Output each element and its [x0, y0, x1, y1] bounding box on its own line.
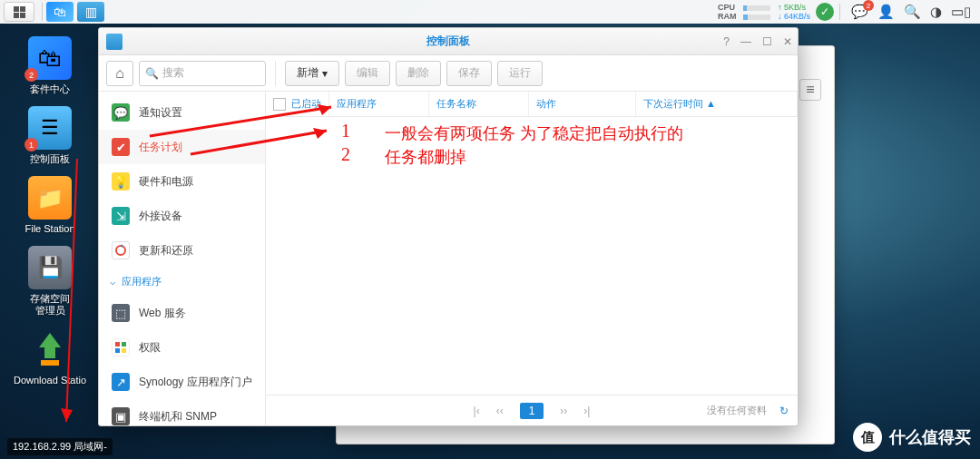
- watermark: 值 什么值得买: [853, 423, 971, 452]
- table-body: [266, 117, 798, 395]
- prev-page-button[interactable]: ‹‹: [496, 405, 504, 417]
- maximize-button[interactable]: ☐: [762, 35, 772, 48]
- pagination: |‹ ‹‹ 1 ›› ›| 没有任何资料 ↻: [266, 395, 798, 425]
- globe-icon: ⬚: [112, 304, 130, 322]
- sidebar-item-web[interactable]: ⬚Web 服务: [99, 296, 265, 330]
- home-button[interactable]: ⌂: [106, 61, 133, 86]
- sidebar-item-terminal[interactable]: ▣终端机和 SNMP: [99, 399, 265, 425]
- sidebar-item-privilege[interactable]: 权限: [99, 330, 265, 365]
- cpu-label: CPU: [718, 3, 741, 12]
- svg-rect-3: [122, 342, 126, 347]
- network-monitor[interactable]: ↑ 5KB/s ↓ 64KB/s: [778, 3, 810, 21]
- windows-icon: [112, 338, 130, 356]
- refresh-icon: [112, 241, 130, 259]
- watermark-text: 什么值得买: [889, 426, 971, 448]
- svg-rect-2: [115, 342, 120, 347]
- sidebar-item-restore[interactable]: 更新和还原: [99, 233, 265, 268]
- delete-button[interactable]: 删除: [396, 61, 441, 86]
- save-button[interactable]: 保存: [446, 61, 492, 86]
- first-page-button[interactable]: |‹: [474, 405, 480, 417]
- desktop-icon-download-station[interactable]: Download Statio: [9, 327, 91, 386]
- taskbar: 🛍 ▥ CPU RAM ↑ 5KB/s ↓ 64KB/s ✓ 💬2 👤 🔍 ◑ …: [0, 0, 980, 24]
- control-panel-window: 控制面板 ? — ☐ ✕ ⌂ 🔍搜索 新增 ▾ 编辑 删除 保存 运行 💬通知设…: [98, 27, 799, 426]
- current-page[interactable]: 1: [520, 403, 544, 419]
- edit-button[interactable]: 编辑: [345, 61, 390, 86]
- terminal-icon: ▣: [112, 407, 130, 425]
- sidebar-item-notify[interactable]: 💬通知设置: [99, 95, 265, 130]
- run-button[interactable]: 运行: [497, 61, 543, 86]
- calendar-check-icon: ✔: [112, 138, 130, 156]
- col-app[interactable]: 应用程序: [329, 92, 429, 116]
- svg-marker-11: [61, 408, 73, 422]
- ram-label: RAM: [718, 12, 741, 21]
- window-title: 控制面板: [426, 34, 470, 49]
- last-page-button[interactable]: ›|: [583, 405, 590, 417]
- taskbar-app-package-center[interactable]: 🛍: [46, 2, 74, 22]
- col-enabled[interactable]: 已启动: [266, 92, 329, 116]
- divider: [42, 3, 43, 21]
- net-up: 5KB/s: [784, 3, 806, 12]
- minimize-button[interactable]: —: [740, 35, 751, 48]
- sidebar-item-task-scheduler[interactable]: ✔任务计划: [99, 130, 265, 164]
- sidebar-group-apps[interactable]: ⌵应用程序: [99, 268, 265, 296]
- desktop-icon-storage-manager[interactable]: 💾 存储空间 管理员: [9, 246, 91, 317]
- sidebar: 💬通知设置 ✔任务计划 💡硬件和电源 ⇲外接设备 更新和还原 ⌵应用程序 ⬚We…: [99, 92, 266, 425]
- select-all-checkbox[interactable]: [273, 98, 286, 111]
- portal-icon: ↗: [112, 373, 130, 391]
- toolbar: ⌂ 🔍搜索 新增 ▾ 编辑 删除 保存 运行: [99, 55, 798, 92]
- svg-rect-4: [115, 348, 120, 353]
- bg-window-tool-icon[interactable]: ≡: [799, 79, 821, 101]
- search-icon[interactable]: 🔍: [904, 4, 921, 20]
- chevron-down-icon: ▾: [322, 67, 328, 80]
- refresh-button[interactable]: ↻: [779, 405, 789, 417]
- window-app-icon: [106, 34, 122, 50]
- notifications-icon[interactable]: 💬2: [851, 4, 868, 20]
- main-menu-button[interactable]: [4, 2, 34, 22]
- table-header: 已启动 应用程序 任务名称 动作 下次运行时间 ▲: [266, 92, 798, 117]
- svg-point-1: [116, 246, 125, 255]
- desktop-icon-control-panel[interactable]: ☰1 控制面板: [9, 106, 91, 165]
- search-input[interactable]: 🔍搜索: [139, 61, 266, 86]
- col-task[interactable]: 任务名称: [429, 92, 529, 116]
- external-icon: ⇲: [112, 207, 130, 225]
- health-status-icon[interactable]: ✓: [816, 3, 834, 21]
- user-icon[interactable]: 👤: [877, 4, 895, 20]
- pilot-view-icon[interactable]: ▭▯: [951, 4, 971, 20]
- chat-icon: 💬: [112, 103, 130, 122]
- sidebar-item-portal[interactable]: ↗Synology 应用程序门户: [99, 365, 265, 399]
- ip-overlay: 192.168.2.99 局域网-: [7, 438, 113, 455]
- sidebar-item-hardware[interactable]: 💡硬件和电源: [99, 164, 265, 199]
- taskbar-app-control-panel[interactable]: ▥: [77, 2, 104, 22]
- titlebar[interactable]: 控制面板 ? — ☐ ✕: [99, 28, 798, 55]
- next-page-button[interactable]: ››: [560, 405, 567, 417]
- new-button[interactable]: 新增 ▾: [285, 61, 339, 86]
- desktop-icon-package-center[interactable]: 🛍2 套件中心: [9, 36, 91, 95]
- help-button[interactable]: ?: [723, 35, 730, 48]
- desktop-icon-file-station[interactable]: 📁 File Station: [9, 176, 91, 235]
- notify-badge: 2: [863, 0, 874, 11]
- svg-rect-0: [41, 360, 59, 366]
- close-button[interactable]: ✕: [783, 35, 792, 48]
- svg-rect-5: [122, 348, 126, 353]
- magnify-icon: 🔍: [145, 67, 159, 80]
- net-down: 64KB/s: [784, 12, 810, 21]
- sidebar-item-external[interactable]: ⇲外接设备: [99, 199, 265, 233]
- chevron-down-icon: ⌵: [110, 276, 116, 288]
- watermark-logo: 值: [853, 423, 882, 452]
- col-next-run[interactable]: 下次运行时间 ▲: [636, 92, 798, 116]
- desktop: 🛍2 套件中心 ☰1 控制面板 📁 File Station 💾 存储空间 管理…: [0, 27, 100, 386]
- col-action[interactable]: 动作: [529, 92, 636, 116]
- content-area: 已启动 应用程序 任务名称 动作 下次运行时间 ▲ |‹ ‹‹ 1 ›› ›| …: [266, 92, 798, 425]
- widgets-icon[interactable]: ◑: [930, 4, 942, 20]
- resource-monitor[interactable]: CPU RAM: [718, 3, 772, 21]
- bulb-icon: 💡: [112, 172, 130, 190]
- empty-text: 没有任何资料: [707, 404, 767, 417]
